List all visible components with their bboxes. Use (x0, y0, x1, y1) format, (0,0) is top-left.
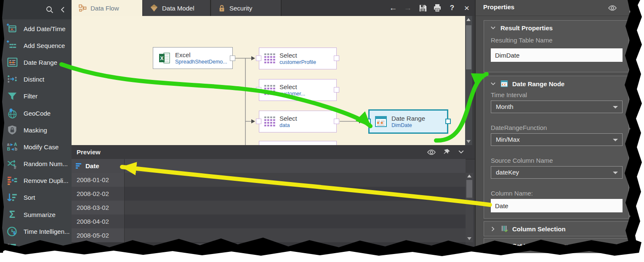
node-select-customerprofile[interactable]: SelectcustomerProfile (259, 48, 337, 69)
section-header-result-properties[interactable]: Result Properties (484, 21, 628, 32)
data-flow-canvas[interactable]: X ExcelSpreadhSheetDemo... Selectcustome… (72, 16, 465, 145)
table-row[interactable]: 2008-02-02 (72, 187, 466, 201)
node-title: Select (279, 115, 297, 122)
preview-vertical-scrollbar[interactable] (466, 173, 473, 242)
port-select2-output[interactable] (334, 87, 339, 93)
sidebar-item-add-sequence[interactable]: Add Sequence (0, 37, 72, 54)
scroll-up-arrow[interactable] (466, 18, 471, 21)
section-header-date-range-node[interactable]: Date Range Node (484, 76, 628, 87)
resulting-table-name-input[interactable] (491, 48, 623, 62)
sidebar-item-sort[interactable]: Sort (0, 189, 72, 206)
tab-label: Security (229, 5, 252, 12)
close-button[interactable]: × (461, 2, 472, 14)
node-subtitle: SpreadhSheetDemo... (175, 59, 227, 65)
node-select-partial[interactable] (259, 141, 337, 145)
preview-column-header-date[interactable]: Date (72, 159, 466, 173)
sidebar-item-add-datetime[interactable]: Add Date/Time (0, 20, 72, 37)
section-header-column-selection[interactable]: Column Selection (484, 222, 628, 233)
sidebar-collapse-icon[interactable] (60, 6, 66, 13)
date-range-node-icon (375, 115, 387, 128)
table-row[interactable]: 2008-04-02 (72, 214, 466, 228)
section-header-set-variable-values[interactable]: #@ Set Variable Values (484, 238, 628, 249)
port-select2-input[interactable] (256, 87, 261, 93)
sidebar-item-masking[interactable]: Masking (0, 122, 72, 138)
tab-data-flow[interactable]: Data Flow (72, 0, 142, 16)
chevron-right-icon (490, 243, 496, 249)
preview-visibility-icon[interactable] (427, 148, 436, 157)
sidebar-item-label: Sort (24, 194, 35, 201)
sidebar-item-date-range[interactable]: Date Range (0, 54, 72, 71)
back-button[interactable]: ← (388, 2, 399, 14)
forward-button[interactable]: → (402, 2, 413, 14)
svg-text:#: # (501, 243, 504, 249)
sidebar-item-summarize[interactable]: Σ Summarize (0, 206, 72, 223)
properties-title: Properties (483, 3, 514, 11)
table-cell-date: 2008-01-02 (72, 173, 124, 187)
svg-text:X: X (160, 56, 163, 61)
column-name-input[interactable] (491, 199, 623, 212)
preview-collapse-icon[interactable] (458, 148, 465, 156)
scroll-down-arrow[interactable] (467, 237, 471, 240)
date-range-node-icon (500, 80, 508, 87)
node-select-customer[interactable]: Selectcustomer... (259, 79, 337, 101)
sidebar-item-geocode[interactable]: GeoCode (0, 105, 72, 122)
table-row[interactable]: 2008-03-02 (72, 201, 466, 214)
port-excel-output[interactable] (230, 56, 235, 61)
sidebar-item-distinct[interactable]: Distinct (0, 71, 72, 88)
sidebar-item-remove-duplicates[interactable]: Remove Dupli... (0, 172, 72, 189)
table-cell-date: 2008-02-02 (72, 187, 124, 201)
sort-icon (6, 192, 19, 204)
scrollbar-thumb[interactable] (466, 180, 472, 198)
date-range-function-select[interactable]: Min/Max (491, 133, 623, 146)
properties-panel: Properties Result Properties Resulting T… (475, 0, 630, 249)
chevron-down-icon (613, 172, 618, 174)
sidebar-item-list: Add Date/Time Add Sequence Date Range Di… (0, 20, 72, 249)
date-range-icon (6, 56, 19, 68)
connector-arrow (251, 88, 255, 92)
preview-horizontal-scrollbar[interactable] (72, 242, 466, 249)
tab-security[interactable]: Security (211, 0, 282, 16)
remove-duplicates-icon (6, 175, 19, 187)
scrollbar-thumb[interactable] (177, 243, 265, 248)
sidebar-item-label: Distinct (24, 76, 44, 83)
node-subtitle: data (279, 122, 297, 129)
source-column-name-select[interactable]: dateKey (491, 166, 623, 179)
scroll-down-arrow[interactable] (466, 140, 471, 143)
sidebar-item-modify-case[interactable]: a►AB◄b Modify Case (0, 138, 72, 155)
port-daterange-input[interactable] (365, 119, 371, 124)
port-daterange-output[interactable] (445, 119, 451, 124)
properties-visibility-icon[interactable] (608, 3, 617, 13)
chevron-down-icon (490, 25, 496, 31)
canvas-vertical-scrollbar[interactable] (465, 16, 472, 145)
tab-data-model[interactable]: Data Model (143, 0, 211, 16)
sidebar-item-random-number[interactable]: # Random Num... (0, 156, 72, 172)
node-select-data[interactable]: Selectdata (259, 111, 337, 132)
node-excel-source[interactable]: X ExcelSpreadhSheetDemo... (153, 47, 233, 69)
port-select3-input[interactable] (256, 119, 261, 124)
print-button[interactable] (432, 2, 443, 14)
node-date-range-dimdate[interactable]: Date RangeDimDate (368, 109, 448, 134)
sidebar-item-label: Masking (24, 127, 47, 134)
preview-pin-icon[interactable] (443, 148, 451, 156)
select-icon (264, 116, 275, 127)
sidebar-item-filter[interactable]: Filter (0, 88, 72, 105)
scroll-up-arrow[interactable] (467, 175, 471, 177)
table-row[interactable]: 2008-05-02 (72, 228, 466, 242)
field-label: Time Interval (491, 91, 527, 98)
sidebar-item-unpivot[interactable]: Unpivot (0, 240, 72, 249)
port-select3-output[interactable] (334, 119, 339, 124)
time-interval-select[interactable]: Month (491, 101, 623, 113)
properties-header: Properties (476, 0, 630, 16)
scrollbar-thumb[interactable] (466, 25, 471, 69)
port-select1-output[interactable] (334, 56, 339, 61)
node-title: Date Range (391, 115, 425, 122)
save-button[interactable] (417, 2, 428, 14)
search-icon[interactable] (45, 5, 54, 14)
preview-panel: Preview Date 2008-01-02 2008-02-02 2008-… (72, 145, 475, 249)
tab-label: Data Flow (90, 5, 119, 12)
column-header-label: Date (85, 162, 99, 169)
port-select1-input[interactable] (256, 56, 261, 61)
help-button[interactable]: ? (447, 2, 458, 14)
table-row[interactable]: 2008-01-02 (72, 173, 466, 187)
sidebar-item-time-intelligence[interactable]: Time Intelligen... (0, 223, 72, 240)
